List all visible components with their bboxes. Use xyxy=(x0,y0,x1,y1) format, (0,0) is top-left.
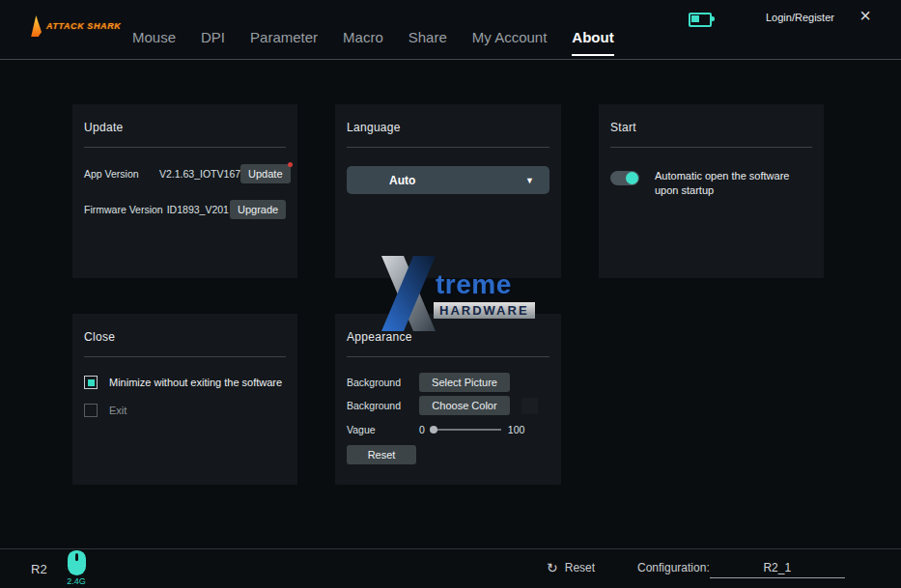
language-panel-title: Language xyxy=(347,121,549,134)
autostart-row: Automatic open the software upon startup xyxy=(610,169,812,198)
mouse-wheel-icon xyxy=(75,553,78,561)
refresh-icon: ↻ xyxy=(547,561,558,574)
main-nav: Mouse DPI Parameter Macro Share My Accou… xyxy=(132,0,614,60)
firmware-version-label: Firmware Version xyxy=(84,204,163,215)
divider xyxy=(610,147,812,148)
app-version-value: V2.1.63_IOTV167 xyxy=(159,168,240,180)
slider-min-label: 0 xyxy=(419,424,425,435)
exit-checkbox[interactable] xyxy=(84,404,98,417)
firmware-version-row: Firmware Version ID1893_V201 Upgrade xyxy=(84,200,286,219)
autostart-label: Automatic open the software upon startup xyxy=(655,169,809,198)
brand-logo: ATTACK SHARK xyxy=(27,15,121,37)
language-selected-value: Auto xyxy=(347,174,415,187)
mouse-icon xyxy=(68,550,86,575)
close-panel-title: Close xyxy=(84,330,286,344)
tab-share[interactable]: Share xyxy=(408,29,447,45)
minimize-checkbox[interactable] xyxy=(84,376,98,389)
upgrade-button-label: Upgrade xyxy=(238,204,278,215)
battery-icon xyxy=(689,13,712,27)
update-button-label: Update xyxy=(248,168,282,180)
connection-mode-label: 2.4G xyxy=(64,576,89,586)
close-icon[interactable]: × xyxy=(854,4,877,27)
vague-slider-handle[interactable] xyxy=(430,426,437,434)
update-panel: Update App Version V2.1.63_IOTV167 Updat… xyxy=(72,104,297,278)
tab-macro[interactable]: Macro xyxy=(343,29,383,45)
divider xyxy=(347,147,549,148)
language-panel: Language Auto ▼ xyxy=(335,104,561,278)
background-color-row: Background Choose Color xyxy=(347,396,549,415)
exit-option-label: Exit xyxy=(109,405,127,416)
vague-label: Vague xyxy=(347,424,419,435)
device-profile-label: R2 xyxy=(31,562,47,576)
minimize-option-row: Minimize without exiting the software xyxy=(84,376,286,389)
reset-label: Reset xyxy=(565,561,595,574)
shark-fin-icon xyxy=(27,15,42,37)
tab-dpi[interactable]: DPI xyxy=(201,29,225,45)
checkbox-checked-mark xyxy=(88,379,95,386)
configuration-name-field[interactable]: R2_1 xyxy=(710,561,845,578)
background-picture-label: Background xyxy=(347,377,419,388)
divider xyxy=(347,356,549,357)
slider-max-label: 100 xyxy=(508,424,525,435)
chevron-down-icon: ▼ xyxy=(525,176,534,185)
language-dropdown[interactable]: Auto ▼ xyxy=(347,166,549,194)
divider xyxy=(84,356,286,357)
background-color-label: Background xyxy=(347,400,419,411)
app-version-row: App Version V2.1.63_IOTV167 Update xyxy=(84,164,286,183)
appearance-reset-button[interactable]: Reset xyxy=(347,445,416,464)
tab-about[interactable]: About xyxy=(572,29,613,45)
choose-color-button[interactable]: Choose Color xyxy=(419,396,510,415)
configuration-label: Configuration: xyxy=(637,561,710,574)
tab-parameter[interactable]: Parameter xyxy=(250,29,318,45)
autostart-toggle[interactable] xyxy=(610,171,639,185)
vague-slider-row: Vague 0 100 xyxy=(347,423,549,436)
brand-name: ATTACK SHARK xyxy=(46,21,121,31)
appearance-panel-title: Appearance xyxy=(347,330,549,344)
exit-option-row: Exit xyxy=(84,404,286,417)
upgrade-button[interactable]: Upgrade xyxy=(230,200,286,219)
firmware-version-value: ID1893_V201 xyxy=(167,204,229,215)
tab-mouse[interactable]: Mouse xyxy=(132,29,176,45)
header: ATTACK SHARK Mouse DPI Parameter Macro S… xyxy=(0,0,901,60)
device-status: 2.4G xyxy=(64,550,89,586)
reset-configuration-button[interactable]: ↻ Reset xyxy=(547,561,595,574)
configuration-group: Configuration: R2_1 xyxy=(637,561,845,578)
color-swatch[interactable] xyxy=(521,398,538,414)
divider xyxy=(84,147,286,148)
select-picture-button[interactable]: Select Picture xyxy=(419,373,510,392)
background-picture-row: Background Select Picture xyxy=(347,373,549,392)
app-version-label: App Version xyxy=(84,168,155,180)
update-panel-title: Update xyxy=(84,121,286,134)
update-button[interactable]: Update xyxy=(240,164,290,183)
start-panel-title: Start xyxy=(610,121,812,134)
minimize-option-label: Minimize without exiting the software xyxy=(109,377,282,388)
appearance-panel: Appearance Background Select Picture Bac… xyxy=(335,314,561,485)
battery-level xyxy=(691,15,699,22)
login-register-link[interactable]: Login/Register xyxy=(766,12,834,23)
vague-slider-track[interactable] xyxy=(432,429,501,431)
start-panel: Start Automatic open the software upon s… xyxy=(599,104,824,278)
close-panel: Close Minimize without exiting the softw… xyxy=(72,314,297,485)
notification-dot xyxy=(288,162,293,167)
app-window: ATTACK SHARK Mouse DPI Parameter Macro S… xyxy=(0,0,901,588)
tab-my-account[interactable]: My Account xyxy=(472,29,548,45)
footer: R2 2.4G ↻ Reset Configuration: R2_1 xyxy=(0,548,901,588)
toggle-knob xyxy=(626,172,638,184)
